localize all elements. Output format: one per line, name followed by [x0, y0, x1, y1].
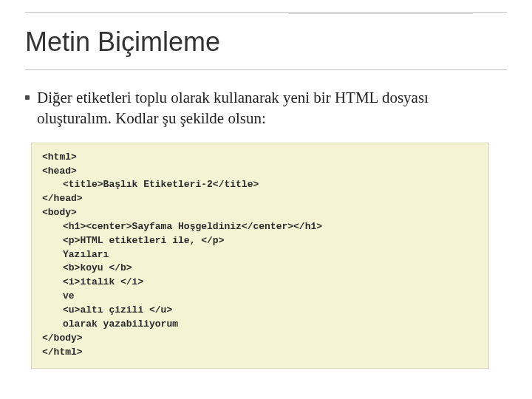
title-underline — [25, 69, 507, 70]
code-line: <i>italik </i> — [42, 276, 143, 290]
bullet-icon — [25, 95, 30, 100]
code-line: Yazıları — [42, 248, 109, 262]
code-line: <body> — [42, 207, 77, 218]
code-line: <b>koyu </b> — [42, 262, 132, 276]
code-line: </head> — [42, 193, 83, 204]
slide-body: Diğer etiketleri toplu olarak kullanarak… — [25, 87, 507, 369]
code-block: <html> <head> <title>Başlık Etiketleri-2… — [31, 143, 489, 369]
slide-title: Metin Biçimleme — [25, 27, 532, 58]
code-line: <head> — [42, 166, 77, 177]
header-rule-accent — [288, 12, 473, 14]
code-line: </html> — [42, 347, 83, 358]
code-line: <p>HTML etiketleri ile, </p> — [42, 234, 224, 248]
code-line: olarak yazabiliyorum — [42, 318, 178, 332]
code-line: ve — [42, 290, 75, 304]
bullet-text: Diğer etiketleri toplu olarak kullanarak… — [37, 87, 507, 129]
code-line: <h1><center>Sayfama Hoşgeldiniz</center>… — [42, 220, 322, 234]
code-line: </body> — [42, 332, 83, 344]
code-line: <html> — [42, 151, 77, 163]
code-line: <u>altı çizili </u> — [42, 304, 172, 318]
code-line: <title>Başlık Etiketleri-2</title> — [42, 178, 259, 192]
bullet-item: Diğer etiketleri toplu olarak kullanarak… — [25, 87, 507, 129]
